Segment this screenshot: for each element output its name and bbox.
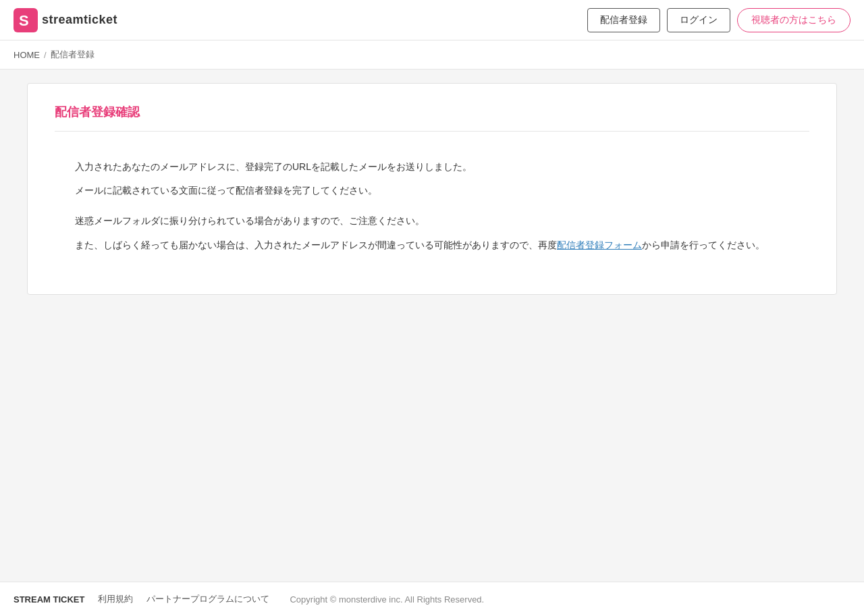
svg-text:S: S — [19, 12, 29, 29]
footer: STREAM TICKET 利用規約 パートナープログラムについて Copyri… — [0, 582, 864, 616]
logo-text: streamticket — [42, 13, 117, 27]
register-button[interactable]: 配信者登録 — [587, 8, 660, 32]
viewer-button[interactable]: 視聴者の方はこちら — [737, 8, 850, 32]
page-title: 配信者登録確認 — [55, 104, 809, 132]
breadcrumb-home-link[interactable]: HOME — [14, 50, 40, 60]
header-nav: 配信者登録 ログイン 視聴者の方はこちら — [587, 8, 850, 32]
footer-brand-link[interactable]: STREAM TICKET — [14, 594, 84, 605]
breadcrumb-bar: HOME / 配信者登録 — [0, 40, 864, 69]
paragraph1-line1: 入力されたあなたのメールアドレスに、登録完了のURLを記載したメールをお送りしま… — [75, 159, 789, 175]
main-content: 配信者登録確認 入力されたあなたのメールアドレスに、登録完了のURLを記載したメ… — [0, 69, 864, 582]
paragraph2-line2: また、しばらく経っても届かない場合は、入力されたメールアドレスが間違っている可能… — [75, 237, 789, 254]
paragraph1-line2: メールに記載されている文面に従って配信者登録を完了してください。 — [75, 182, 789, 199]
register-form-link[interactable]: 配信者登録フォーム — [557, 240, 642, 250]
logo-link[interactable]: S streamticket — [14, 8, 117, 32]
footer-copyright: Copyright © monsterdive inc. All Rights … — [290, 594, 484, 605]
paragraph2-after-text: から申請を行ってください。 — [642, 240, 765, 250]
breadcrumb-separator: / — [44, 50, 47, 60]
card-body: 入力されたあなたのメールアドレスに、登録完了のURLを記載したメールをお送りしま… — [55, 152, 809, 267]
breadcrumb: HOME / 配信者登録 — [14, 49, 850, 61]
paragraph2-before-text: また、しばらく経っても届かない場合は、入力されたメールアドレスが間違っている可能… — [75, 240, 557, 250]
logo-icon: S — [14, 8, 38, 32]
footer-terms-link[interactable]: 利用規約 — [98, 593, 133, 605]
login-button[interactable]: ログイン — [667, 8, 730, 32]
paragraph2-line1: 迷惑メールフォルダに振り分けられている場合がありますので、ご注意ください。 — [75, 213, 789, 229]
confirmation-card: 配信者登録確認 入力されたあなたのメールアドレスに、登録完了のURLを記載したメ… — [27, 83, 837, 295]
breadcrumb-current: 配信者登録 — [51, 49, 94, 61]
footer-partner-link[interactable]: パートナープログラムについて — [146, 593, 269, 605]
